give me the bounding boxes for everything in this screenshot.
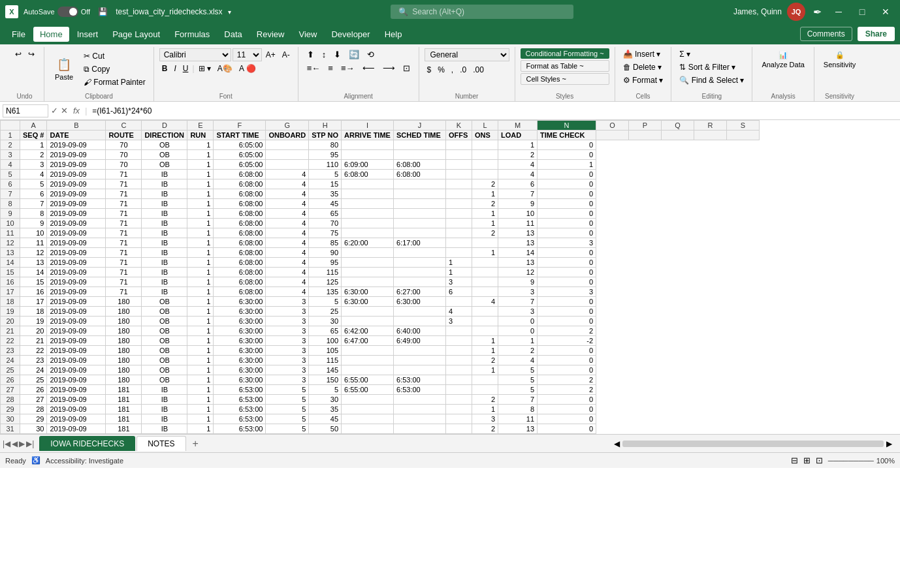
- cell-28-13[interactable]: 0: [538, 395, 596, 405]
- header-cell-2[interactable]: ROUTE: [106, 131, 142, 140]
- cell-15-5[interactable]: 6:08:00: [214, 268, 266, 277]
- header-cell-6[interactable]: ONBOARD: [266, 131, 309, 140]
- cell-18-11[interactable]: 4: [472, 297, 498, 307]
- col-header-s[interactable]: S: [727, 121, 760, 131]
- cell-24-3[interactable]: OB: [142, 356, 187, 365]
- cell-21-5[interactable]: 6:30:00: [214, 326, 266, 336]
- cell-20-4[interactable]: 1: [187, 317, 214, 326]
- cell-6-0[interactable]: 5: [20, 179, 47, 189]
- cell-11-6[interactable]: 4: [266, 228, 309, 238]
- cell-14-10[interactable]: 1: [446, 258, 472, 268]
- cell-20-6[interactable]: 3: [266, 317, 309, 326]
- header-cell-5[interactable]: START TIME: [214, 131, 266, 140]
- col-header-e[interactable]: E: [187, 121, 214, 131]
- cell-4-3[interactable]: OB: [142, 160, 187, 170]
- formula-options-icon[interactable]: ✓: [51, 106, 58, 116]
- cell-8-12[interactable]: 9: [498, 199, 538, 209]
- cell-11-2[interactable]: 71: [106, 228, 142, 238]
- cell-13-10[interactable]: [446, 248, 472, 258]
- cell-30-11[interactable]: 3: [472, 414, 498, 424]
- cell-22-5[interactable]: 6:30:00: [214, 336, 266, 346]
- cell-15-3[interactable]: IB: [142, 268, 187, 277]
- cell-9-11[interactable]: 1: [472, 209, 498, 219]
- cell-7-1[interactable]: 2019-09-09: [47, 189, 106, 199]
- cell-9-2[interactable]: 71: [106, 209, 142, 219]
- cell-8-4[interactable]: 1: [187, 199, 214, 209]
- cell-19-10[interactable]: 4: [446, 307, 472, 317]
- grid-wrapper[interactable]: A B C D E F G H I J K L M N O P Q: [0, 120, 900, 434]
- cell-29-7[interactable]: 35: [309, 405, 342, 414]
- cell-9-3[interactable]: IB: [142, 209, 187, 219]
- cell-26-6[interactable]: 3: [266, 375, 309, 385]
- insert-button[interactable]: 📥 Insert ▾: [620, 48, 666, 60]
- cell-9-10[interactable]: [446, 209, 472, 219]
- cell-13-11[interactable]: 1: [472, 248, 498, 258]
- cell-10-0[interactable]: 9: [20, 219, 47, 228]
- cell-12-8[interactable]: 6:20:00: [342, 238, 394, 248]
- cell-15-2[interactable]: 71: [106, 268, 142, 277]
- cell-23-3[interactable]: OB: [142, 346, 187, 356]
- cell-22-12[interactable]: 1: [498, 336, 538, 346]
- cell-30-7[interactable]: 45: [309, 414, 342, 424]
- cell-23-5[interactable]: 6:30:00: [214, 346, 266, 356]
- cell-20-5[interactable]: 6:30:00: [214, 317, 266, 326]
- menu-help[interactable]: Help: [378, 27, 409, 42]
- italic-button[interactable]: I: [171, 63, 178, 74]
- cell-6-11[interactable]: 2: [472, 179, 498, 189]
- cell-12-10[interactable]: [446, 238, 472, 248]
- cell-27-11[interactable]: [472, 385, 498, 395]
- cell-31-7[interactable]: 50: [309, 424, 342, 434]
- cell-14-13[interactable]: 0: [538, 258, 596, 268]
- cell-2-10[interactable]: [446, 140, 472, 150]
- cell-10-11[interactable]: 1: [472, 219, 498, 228]
- sort-filter-button[interactable]: ⇅ Sort & Filter ▾: [677, 61, 747, 73]
- cell-31-9[interactable]: [394, 424, 446, 434]
- col-header-b[interactable]: B: [47, 121, 106, 131]
- cell-26-4[interactable]: 1: [187, 375, 214, 385]
- header-cell-16[interactable]: [662, 131, 694, 140]
- cell-6-9[interactable]: [394, 179, 446, 189]
- col-header-g[interactable]: G: [266, 121, 309, 131]
- cell-24-0[interactable]: 23: [20, 356, 47, 365]
- cell-7-12[interactable]: 7: [498, 189, 538, 199]
- cell-2-0[interactable]: 1: [20, 140, 47, 150]
- cell-19-1[interactable]: 2019-09-09: [47, 307, 106, 317]
- cell-24-12[interactable]: 4: [498, 356, 538, 365]
- cell-6-13[interactable]: 0: [538, 179, 596, 189]
- cell-3-13[interactable]: 0: [538, 150, 596, 160]
- cell-7-13[interactable]: 0: [538, 189, 596, 199]
- cell-13-3[interactable]: IB: [142, 248, 187, 258]
- cell-12-12[interactable]: 13: [498, 238, 538, 248]
- header-cell-17[interactable]: [694, 131, 727, 140]
- cell-8-13[interactable]: 0: [538, 199, 596, 209]
- cell-25-11[interactable]: 1: [472, 365, 498, 375]
- cell-6-12[interactable]: 6: [498, 179, 538, 189]
- cell-17-6[interactable]: 4: [266, 287, 309, 297]
- cell-14-0[interactable]: 13: [20, 258, 47, 268]
- cell-12-9[interactable]: 6:17:00: [394, 238, 446, 248]
- cell-14-2[interactable]: 71: [106, 258, 142, 268]
- col-header-n[interactable]: N: [538, 121, 596, 131]
- cell-31-12[interactable]: 13: [498, 424, 538, 434]
- cell-7-6[interactable]: 4: [266, 189, 309, 199]
- menu-view[interactable]: View: [292, 27, 323, 42]
- cell-4-10[interactable]: [446, 160, 472, 170]
- cell-31-0[interactable]: 30: [20, 424, 47, 434]
- cell-24-4[interactable]: 1: [187, 356, 214, 365]
- comma-button[interactable]: ,: [449, 64, 456, 76]
- cell-14-5[interactable]: 6:08:00: [214, 258, 266, 268]
- cell-10-7[interactable]: 70: [309, 219, 342, 228]
- cell-25-1[interactable]: 2019-09-09: [47, 365, 106, 375]
- cell-9-1[interactable]: 2019-09-09: [47, 209, 106, 219]
- cell-22-2[interactable]: 180: [106, 336, 142, 346]
- cell-6-2[interactable]: 71: [106, 179, 142, 189]
- menu-file[interactable]: File: [5, 27, 32, 42]
- cell-7-10[interactable]: [446, 189, 472, 199]
- cell-28-0[interactable]: 27: [20, 395, 47, 405]
- cell-26-5[interactable]: 6:30:00: [214, 375, 266, 385]
- cell-9-8[interactable]: [342, 209, 394, 219]
- cell-29-10[interactable]: [446, 405, 472, 414]
- col-header-q[interactable]: Q: [662, 121, 694, 131]
- cell-25-4[interactable]: 1: [187, 365, 214, 375]
- format-as-table-button[interactable]: Format as Table ~: [521, 60, 609, 72]
